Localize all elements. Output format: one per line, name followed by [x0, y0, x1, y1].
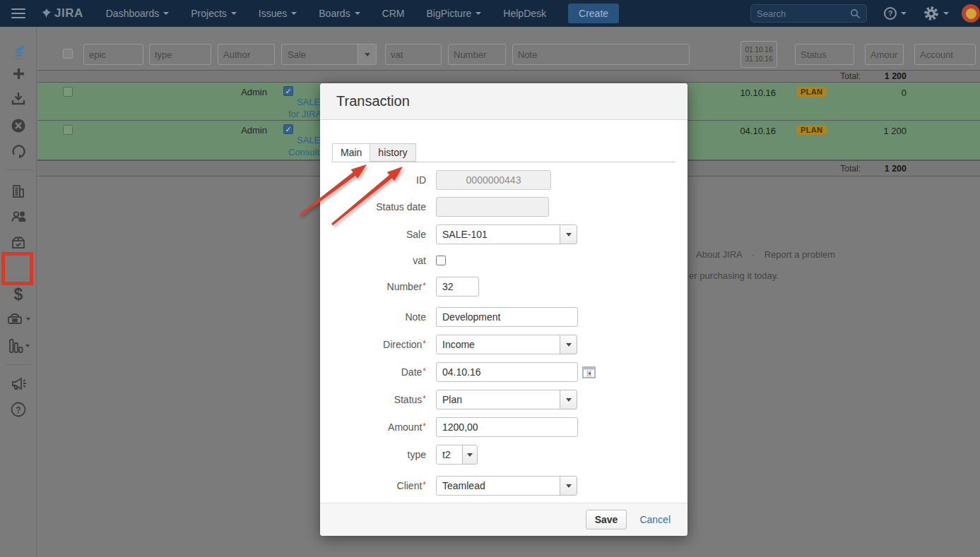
create-button[interactable]: Create — [568, 4, 619, 23]
nav-dashboards[interactable]: Dashboards — [106, 8, 170, 19]
filter-vat-input[interactable] — [385, 44, 442, 65]
sale-label: Sale — [320, 229, 426, 240]
sale-field[interactable] — [436, 224, 560, 244]
finance-icon[interactable]: $ — [0, 284, 37, 305]
calendar-picker-button[interactable] — [582, 366, 596, 378]
deals-icon[interactable] — [0, 309, 37, 330]
status-date-field — [436, 197, 549, 217]
client-dropdown-button[interactable] — [560, 476, 577, 496]
nav-menu: Dashboards Projects Issues Boards CRM Bi… — [106, 8, 568, 19]
announcements-icon[interactable] — [0, 373, 37, 394]
note-label: Note — [320, 311, 426, 323]
filter-date-range-button[interactable]: 01.10.16 31.10.16 — [740, 41, 777, 68]
chevron-down-icon — [355, 12, 360, 15]
row-checkbox[interactable] — [63, 125, 73, 135]
dropdown-arrow-icon — [566, 484, 572, 488]
redo-icon[interactable] — [0, 141, 37, 162]
tab-main[interactable]: Main — [332, 143, 370, 162]
status-dropdown-button[interactable] — [560, 390, 577, 409]
sale-dropdown-button[interactable] — [560, 224, 577, 244]
nav-projects[interactable]: Projects — [191, 8, 237, 19]
id-label: ID — [320, 174, 426, 186]
select-all-checkbox[interactable] — [63, 49, 73, 59]
tab-history[interactable]: history — [370, 143, 415, 162]
client-field[interactable] — [436, 476, 560, 496]
type-field[interactable] — [436, 445, 463, 465]
cancel-icon[interactable] — [0, 115, 37, 136]
direction-dropdown-button[interactable] — [560, 335, 577, 354]
row-date: 04.10.16 — [726, 126, 776, 136]
products-icon[interactable] — [0, 232, 37, 253]
direction-field[interactable] — [436, 335, 560, 354]
left-sidebar: $ ? — [0, 27, 37, 557]
help-menu[interactable]: ? — [884, 7, 907, 20]
type-label: type — [320, 449, 426, 460]
date-field[interactable] — [436, 362, 578, 382]
filter-type-input[interactable] — [149, 44, 211, 65]
sidebar-divider — [6, 169, 31, 170]
gear-icon — [923, 6, 939, 21]
vat-checkbox[interactable] — [436, 256, 446, 265]
number-field[interactable] — [436, 277, 479, 297]
dropdown-arrow-icon — [566, 398, 572, 402]
row-author: Admin — [196, 125, 267, 136]
nav-helpdesk[interactable]: HelpDesk — [503, 8, 546, 19]
filter-number-input[interactable] — [448, 44, 506, 65]
reports-icon[interactable] — [0, 335, 37, 357]
row-amount: 1 200 — [850, 126, 907, 136]
filter-author-input[interactable] — [218, 44, 275, 65]
type-dropdown-button[interactable] — [462, 445, 478, 465]
cancel-link[interactable]: Cancel — [639, 514, 671, 525]
crm-logo-icon[interactable] — [0, 40, 37, 65]
required-marker: * — [423, 480, 426, 490]
page-footer-links: About JIRA · Report a problem — [696, 249, 835, 260]
filter-amount-input[interactable] — [865, 44, 904, 65]
chevron-down-icon — [25, 345, 30, 347]
filter-status-input[interactable] — [795, 44, 854, 65]
contacts-icon[interactable] — [0, 206, 37, 227]
search-icon[interactable] — [850, 8, 861, 19]
table-filter-bar: Sale 01.10.16 31.10.16 — [37, 39, 980, 71]
user-avatar[interactable] — [962, 4, 980, 23]
row-amount: 0 — [850, 88, 907, 98]
dropdown-arrow-icon — [467, 453, 473, 457]
report-problem-link[interactable]: Report a problem — [764, 249, 835, 260]
settings-menu[interactable] — [923, 6, 949, 21]
companies-icon[interactable] — [0, 181, 37, 202]
import-icon[interactable] — [0, 88, 37, 109]
status-field[interactable] — [436, 390, 560, 409]
id-field — [436, 170, 551, 190]
date-label: Date — [401, 366, 423, 378]
save-button[interactable]: Save — [586, 510, 627, 529]
nav-boards[interactable]: Boards — [319, 8, 360, 19]
filter-note-input[interactable] — [512, 44, 690, 65]
row-checkbox[interactable] — [63, 87, 73, 97]
nav-crm[interactable]: CRM — [382, 8, 405, 19]
add-icon[interactable] — [0, 64, 37, 83]
dropdown-arrow-icon — [566, 343, 572, 347]
nav-bigpicture[interactable]: BigPicture — [427, 8, 482, 19]
hamburger-menu-icon[interactable] — [11, 8, 25, 18]
calendar-icon — [582, 366, 596, 378]
dropdown-arrow-icon — [358, 44, 376, 64]
filter-account-input[interactable] — [914, 44, 976, 65]
status-badge: PLAN — [796, 87, 827, 97]
vat-checked-checkbox[interactable]: ✓ — [283, 124, 293, 134]
filter-epic-input[interactable] — [83, 44, 143, 65]
about-jira-link[interactable]: About JIRA — [696, 249, 742, 260]
status-date-label: Status date — [320, 201, 426, 212]
filter-sale-select[interactable]: Sale — [281, 44, 377, 65]
required-marker: * — [423, 281, 426, 291]
jira-logo[interactable]: JIRA — [41, 6, 83, 20]
search-input[interactable] — [757, 8, 850, 19]
sidebar-divider — [6, 364, 31, 365]
required-marker: * — [423, 421, 426, 431]
note-field[interactable] — [436, 307, 578, 327]
sidebar-help-icon[interactable]: ? — [0, 399, 37, 420]
chevron-down-icon — [291, 12, 297, 15]
amount-field[interactable] — [436, 417, 578, 437]
dialog-header: Transaction — [320, 83, 687, 120]
status-badge: PLAN — [796, 125, 827, 135]
vat-checked-checkbox[interactable]: ✓ — [283, 86, 293, 96]
nav-issues[interactable]: Issues — [259, 8, 297, 19]
